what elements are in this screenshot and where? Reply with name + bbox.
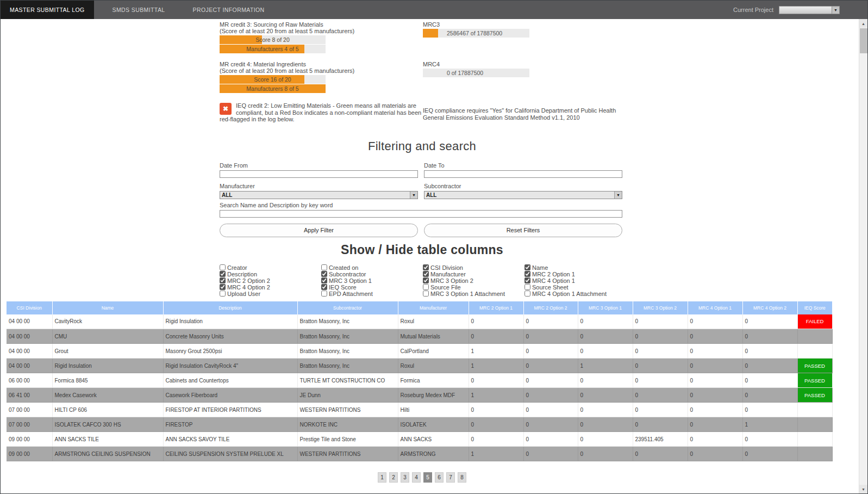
checkbox-mrc-4-option-1-attachment[interactable] bbox=[524, 291, 530, 297]
progress-label: 0 of 17887500 bbox=[423, 69, 529, 77]
page-button-6[interactable]: 6 bbox=[435, 472, 444, 483]
checkbox-mrc-2-option-1[interactable] bbox=[524, 271, 530, 277]
page-button-8[interactable]: 8 bbox=[458, 472, 466, 483]
checkbox-mrc-4-option-1[interactable] bbox=[524, 277, 530, 283]
current-project-select[interactable]: ▼ bbox=[779, 6, 840, 14]
column-toggle-mrc-2-option-2[interactable]: MRC 2 Option 2 bbox=[220, 277, 321, 284]
checkbox-mrc-3-option-1-attachment[interactable] bbox=[423, 291, 429, 297]
column-toggle-mrc-4-option-2[interactable]: MRC 4 Option 2 bbox=[220, 284, 321, 291]
checkbox-subcontractor[interactable] bbox=[321, 271, 327, 277]
cell-mrc-3-option-2: 0 bbox=[633, 417, 688, 432]
date-from-input[interactable] bbox=[220, 170, 418, 178]
page-button-5[interactable]: 5 bbox=[423, 472, 432, 483]
checkbox-epd-attachment[interactable] bbox=[321, 291, 327, 297]
cell-mrc-3-option-2: 239511.405 bbox=[633, 432, 688, 447]
checkbox-name[interactable] bbox=[524, 264, 530, 270]
chevron-down-icon[interactable]: ▼ bbox=[832, 7, 839, 14]
cell-mrc-2-option-2: 0 bbox=[523, 329, 578, 344]
checkbox-mrc-2-option-2[interactable] bbox=[220, 277, 226, 283]
column-toggle-source-sheet[interactable]: Source Sheet bbox=[524, 284, 625, 291]
column-toggle-source-file[interactable]: Source File bbox=[423, 284, 524, 291]
cell-manufacturer: Mutual Materials bbox=[398, 329, 469, 344]
column-toggle-description[interactable]: Description bbox=[220, 271, 321, 277]
cell-mrc-3-option-1: 0 bbox=[578, 314, 633, 329]
cell-mrc-2-option-1: 0 bbox=[469, 373, 523, 388]
checkbox-label: MRC 2 Option 1 bbox=[532, 271, 575, 277]
column-toggle-creator[interactable]: Creator bbox=[220, 264, 321, 271]
cell-manufacturer: Roxul bbox=[398, 359, 469, 373]
page-button-4[interactable]: 4 bbox=[412, 472, 421, 483]
column-toggle-created-on[interactable]: Created on bbox=[321, 264, 423, 271]
checkbox-mrc-3-option-2[interactable] bbox=[423, 277, 429, 283]
cell-csi-division: 04 00 00 bbox=[7, 344, 52, 359]
checkbox-creator[interactable] bbox=[220, 264, 226, 270]
page-button-3[interactable]: 3 bbox=[401, 472, 409, 483]
credit-subtitle: (Score of at least 20 from at least 5 ma… bbox=[220, 28, 423, 34]
cell-description: Cabinets and Countertops bbox=[163, 373, 297, 388]
checkbox-mrc-3-option-1[interactable] bbox=[321, 277, 327, 283]
checkbox-description[interactable] bbox=[220, 271, 226, 277]
column-toggle-csi-division[interactable]: CSI Division bbox=[423, 264, 524, 271]
scrollbar-thumb[interactable] bbox=[860, 28, 867, 53]
column-toggle-mrc-4-option-1[interactable]: MRC 4 Option 1 bbox=[524, 277, 625, 284]
subcontractor-select[interactable]: ALL ▼ bbox=[424, 191, 622, 199]
column-toggle-mrc-4-option-1-attachment[interactable]: MRC 4 Option 1 Attachment bbox=[524, 291, 625, 297]
column-toggle-manufacturer[interactable]: Manufacturer bbox=[423, 271, 524, 277]
page-button-2[interactable]: 2 bbox=[389, 472, 398, 483]
credit-subtitle: (Score of at least 20 from at least 5 ma… bbox=[220, 67, 423, 74]
checkbox-mrc-4-option-2[interactable] bbox=[220, 284, 226, 290]
reset-filters-button[interactable]: Reset Filters bbox=[424, 224, 622, 237]
cell-mrc-2-option-2: 0 bbox=[523, 417, 578, 432]
cell-manufacturer: ISOLATEK bbox=[398, 417, 469, 432]
cell-description: Casework Fiberboard bbox=[163, 388, 297, 403]
cell-mrc-3-option-2: 0 bbox=[633, 329, 688, 344]
chevron-down-icon[interactable]: ▼ bbox=[614, 192, 622, 199]
cell-mrc-4-option-2: 0 bbox=[742, 314, 797, 329]
manufacturer-select[interactable]: ALL ▼ bbox=[220, 191, 418, 199]
vertical-scrollbar[interactable]: ▲ ▼ bbox=[859, 19, 867, 493]
keyword-search-input[interactable] bbox=[220, 210, 622, 218]
cell-ieq-score bbox=[797, 344, 832, 359]
cell-mrc-2-option-2: 0 bbox=[523, 432, 578, 447]
scroll-up-arrow-icon[interactable]: ▲ bbox=[859, 19, 867, 28]
progress-label: Manufacturers 4 of 5 bbox=[220, 45, 326, 53]
apply-filter-button[interactable]: Apply Filter bbox=[220, 224, 418, 237]
column-toggle-mrc-3-option-1[interactable]: MRC 3 Option 1 bbox=[321, 277, 423, 284]
page-button-1[interactable]: 1 bbox=[378, 472, 386, 483]
cell-mrc-3-option-2: 0 bbox=[633, 344, 688, 359]
cell-mrc-4-option-2: 1 bbox=[742, 417, 797, 432]
cell-csi-division: 04 00 00 bbox=[7, 314, 52, 329]
cell-name: ARMSTRONG CEILING SUSPENSION bbox=[52, 447, 163, 461]
cell-mrc-4-option-2: 0 bbox=[742, 403, 797, 417]
checkbox-created-on[interactable] bbox=[321, 264, 327, 270]
date-to-input[interactable] bbox=[424, 170, 622, 178]
column-toggle-ieq-score[interactable]: IEQ Score bbox=[321, 284, 423, 291]
checkbox-ieq-score[interactable] bbox=[321, 284, 327, 290]
checkbox-label: Manufacturer bbox=[430, 271, 466, 277]
column-toggle-subcontractor[interactable]: Subcontractor bbox=[321, 271, 423, 277]
tab-master-submittal-log[interactable]: MASTER SUBMITTAL LOG bbox=[1, 1, 94, 19]
checkbox-source-file[interactable] bbox=[423, 284, 429, 290]
checkbox-csi-division[interactable] bbox=[423, 264, 429, 270]
cell-name: Medex Casework bbox=[52, 388, 163, 403]
column-toggle-name[interactable]: Name bbox=[524, 264, 625, 271]
scroll-down-arrow-icon[interactable]: ▼ bbox=[859, 485, 867, 493]
column-toggle-mrc-3-option-1-attachment[interactable]: MRC 3 Option 1 Attachment bbox=[423, 291, 524, 297]
chevron-down-icon[interactable]: ▼ bbox=[410, 192, 417, 199]
checkbox-manufacturer[interactable] bbox=[423, 271, 429, 277]
checkbox-upload-user[interactable] bbox=[220, 291, 226, 297]
cell-description: Rigid Insulation bbox=[163, 314, 297, 329]
ieq-credit-section: ✖ IEQ credit 2: Low Emitting Materials -… bbox=[220, 102, 625, 123]
column-toggle-upload-user[interactable]: Upload User bbox=[220, 291, 321, 297]
tab-project-information[interactable]: PROJECT INFORMATION bbox=[184, 1, 274, 19]
column-toggle-mrc-2-option-1[interactable]: MRC 2 Option 1 bbox=[524, 271, 625, 277]
cell-subcontractor: Prestige Tile and Stone bbox=[297, 432, 398, 447]
tab-smds-submittal[interactable]: SMDS SUBMITTAL bbox=[103, 1, 174, 19]
checkbox-source-sheet[interactable] bbox=[524, 284, 530, 290]
cell-mrc-4-option-2: 0 bbox=[742, 388, 797, 403]
column-toggle-mrc-3-option-2[interactable]: MRC 3 Option 2 bbox=[423, 277, 524, 284]
page-button-7[interactable]: 7 bbox=[446, 472, 455, 483]
manufacturer-label: Manufacturer bbox=[220, 183, 418, 189]
column-toggle-epd-attachment[interactable]: EPD Attachment bbox=[321, 291, 423, 297]
cell-ieq-score bbox=[797, 329, 832, 344]
